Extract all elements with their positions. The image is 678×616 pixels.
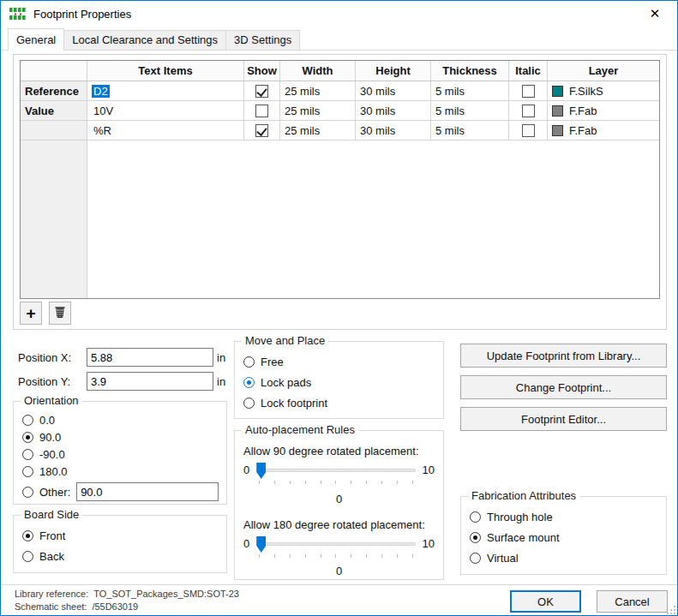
orientation-90-radio[interactable]: 90.0 xyxy=(22,431,61,444)
board-side-group: Board Side Front Back xyxy=(13,515,227,573)
position-y-input[interactable] xyxy=(87,372,213,391)
tab-local-clearance[interactable]: Local Clearance and Settings xyxy=(64,30,226,50)
text-item-cell[interactable]: 10V xyxy=(87,101,244,121)
position-y-label: Position Y: xyxy=(18,375,87,388)
table-row: Reference D2 25 mils 30 mils 5 mils F.Si… xyxy=(21,81,659,101)
text-items-panel: Text Items Show Width Height Thickness I… xyxy=(13,54,667,330)
move-free-radio[interactable]: Free xyxy=(243,356,284,368)
grid-empty-area xyxy=(21,141,659,298)
height-cell[interactable]: 30 mils xyxy=(356,101,431,121)
show-checkbox[interactable] xyxy=(255,105,268,117)
fab-surface-mount-radio[interactable]: Surface mount xyxy=(470,531,560,544)
text-item-cell[interactable]: %R xyxy=(87,121,244,141)
radio-icon xyxy=(470,532,481,543)
slider-90-label: Allow 90 degree rotated placement: xyxy=(243,445,419,458)
slider-90-thumb[interactable] xyxy=(256,463,266,479)
fab-virtual-radio[interactable]: Virtual xyxy=(470,552,519,565)
layer-cell[interactable]: F.Fab xyxy=(548,121,659,141)
italic-checkbox[interactable] xyxy=(522,85,535,98)
position-x-row: Position X: in xyxy=(18,348,225,367)
slider-ticks xyxy=(259,554,412,558)
layer-color-swatch xyxy=(552,86,563,97)
text-items-grid: Text Items Show Width Height Thickness I… xyxy=(20,60,660,299)
radio-icon xyxy=(243,398,255,409)
footprint-editor-button[interactable]: Footprint Editor... xyxy=(460,407,667,431)
height-cell[interactable]: 30 mils xyxy=(356,121,431,141)
fab-through-hole-radio[interactable]: Through hole xyxy=(470,511,553,523)
move-lock-pads-radio[interactable]: Lock pads xyxy=(243,376,311,389)
radio-icon xyxy=(470,553,481,564)
italic-checkbox[interactable] xyxy=(522,105,535,117)
slider-ticks xyxy=(259,481,412,484)
radio-label: Through hole xyxy=(487,511,553,523)
italic-cell xyxy=(509,121,548,141)
width-cell[interactable]: 25 mils xyxy=(280,121,356,141)
show-checkbox[interactable] xyxy=(255,85,268,98)
radio-icon xyxy=(243,356,255,368)
slider-90-track[interactable] xyxy=(256,462,415,484)
row-header-blank xyxy=(21,121,87,141)
layer-cell[interactable]: F.Fab xyxy=(548,101,659,121)
orientation-0-radio[interactable]: 0.0 xyxy=(22,414,55,427)
add-text-item-button[interactable]: + xyxy=(20,302,42,325)
text-item-value: %R xyxy=(92,124,113,137)
layer-cell[interactable]: F.SilkS xyxy=(548,81,659,101)
orientation-180-radio[interactable]: 180.0 xyxy=(22,465,68,478)
thickness-cell[interactable]: 5 mils xyxy=(431,81,509,101)
text-item-value: 10V xyxy=(92,105,115,117)
col-header-blank xyxy=(21,61,87,81)
ok-button[interactable]: OK xyxy=(510,590,581,613)
delete-text-item-button[interactable] xyxy=(49,302,71,325)
text-item-cell[interactable]: D2 xyxy=(87,81,244,101)
slider-90-row: 0 10 xyxy=(243,462,435,484)
status-text: Library reference:TO_SOT_Packages_SMD:SO… xyxy=(15,588,239,613)
orientation-other-input[interactable] xyxy=(76,482,219,501)
close-icon[interactable]: ✕ xyxy=(636,1,674,27)
tab-general[interactable]: General xyxy=(8,28,64,51)
row-header-reference: Reference xyxy=(21,81,87,101)
tab-bar: General Local Clearance and Settings 3D … xyxy=(1,27,677,51)
slider-90-value: 0 xyxy=(235,493,443,505)
slider-180-track[interactable] xyxy=(256,535,415,558)
radio-icon xyxy=(22,449,33,460)
board-side-back-radio[interactable]: Back xyxy=(22,550,64,563)
radio-icon xyxy=(22,487,33,498)
position-x-input[interactable] xyxy=(87,348,213,367)
resize-grip[interactable] xyxy=(664,603,675,614)
slider-max-label: 10 xyxy=(423,535,435,553)
radio-label: Front xyxy=(39,529,65,542)
radio-label: 0.0 xyxy=(39,414,55,427)
italic-checkbox[interactable] xyxy=(522,124,535,137)
window-title: Footprint Properties xyxy=(33,8,131,21)
board-side-front-radio[interactable]: Front xyxy=(22,529,65,542)
move-and-place-group-title: Move and Place xyxy=(242,334,328,347)
change-footprint-button[interactable]: Change Footprint... xyxy=(460,375,667,399)
slider-track-bar xyxy=(256,542,415,546)
slider-180-thumb[interactable] xyxy=(256,536,266,553)
layer-color-swatch xyxy=(552,125,563,136)
radio-label: Virtual xyxy=(487,552,519,565)
position-x-label: Position X: xyxy=(18,351,87,364)
show-checkbox[interactable] xyxy=(255,124,268,137)
cancel-button[interactable]: Cancel xyxy=(597,590,668,613)
width-cell[interactable]: 25 mils xyxy=(280,81,356,101)
table-row: Value 10V 25 mils 30 mils 5 mils F.Fab xyxy=(21,101,659,121)
orientation-other-radio[interactable]: Other: xyxy=(22,482,219,501)
tab-3d-settings[interactable]: 3D Settings xyxy=(226,30,300,50)
thickness-cell[interactable]: 5 mils xyxy=(431,101,509,121)
row-header-strip xyxy=(21,141,87,298)
update-footprint-button[interactable]: Update Footprint from Library... xyxy=(460,344,667,368)
height-cell[interactable]: 30 mils xyxy=(356,81,431,101)
width-cell[interactable]: 25 mils xyxy=(280,101,356,121)
thickness-cell[interactable]: 5 mils xyxy=(431,121,509,141)
col-header-height: Height xyxy=(356,61,431,81)
move-lock-footprint-radio[interactable]: Lock footprint xyxy=(243,397,327,410)
title-bar: Footprint Properties ✕ xyxy=(1,1,677,27)
row-header-value: Value xyxy=(21,101,87,121)
footprint-properties-dialog: { "window": { "title": "Footprint Proper… xyxy=(0,0,678,616)
radio-icon xyxy=(470,511,481,523)
slider-180-row: 0 10 xyxy=(243,535,435,558)
orientation-neg90-radio[interactable]: -90.0 xyxy=(22,448,65,461)
position-y-unit: in xyxy=(217,375,225,388)
library-reference-label: Library reference: xyxy=(15,588,88,601)
